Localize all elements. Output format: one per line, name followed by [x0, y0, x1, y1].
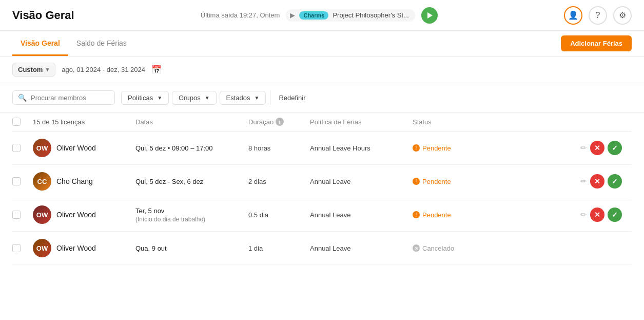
avatar: OW: [33, 139, 51, 157]
edit-icon[interactable]: ✏: [580, 177, 587, 186]
header: Visão Geral Última saída 19:27, Ontem ▶ …: [0, 0, 644, 31]
settings-icon-button[interactable]: ⚙: [613, 6, 632, 25]
status-icon: !: [413, 211, 420, 218]
header-duration-col: Duração i: [248, 118, 310, 126]
custom-label: Custom: [18, 66, 43, 73]
row-policy: Annual Leave: [310, 211, 351, 219]
status-icon: ⊗: [413, 244, 420, 252]
row-checkbox[interactable]: [12, 244, 21, 252]
chevron-down-icon: ▼: [255, 95, 260, 101]
row-date-main: Ter, 5 nov: [135, 207, 248, 215]
states-filter[interactable]: Estados ▼: [220, 91, 266, 105]
row-duration: 0.5 dia: [248, 211, 268, 219]
date-range-row: Custom ▼ ago, 01 2024 - dez, 31 2024 📅: [0, 57, 644, 83]
status-icon: !: [413, 178, 420, 185]
tabs-bar: Visão Geral Saldo de Férias Adicionar Fé…: [0, 31, 644, 57]
status-badge: ! Pendente: [413, 211, 580, 219]
tab-visao-geral[interactable]: Visão Geral: [12, 31, 68, 56]
header-check-col: [12, 118, 33, 126]
header-name-col: 15 de 15 licenças: [33, 118, 135, 126]
employee-name: Oliver Wood: [56, 144, 96, 152]
policies-filter[interactable]: Políticas ▼: [121, 91, 169, 105]
avatar: OW: [33, 205, 51, 224]
row-date-sub: (Início do dia de trabalho): [135, 216, 248, 223]
row-policy: Annual Leave: [310, 178, 351, 185]
play-button[interactable]: [421, 7, 438, 24]
header-status-col: Status: [413, 118, 580, 126]
calendar-icon[interactable]: 📅: [151, 65, 162, 74]
reject-button[interactable]: ✕: [590, 174, 604, 189]
chevron-down-icon: ▼: [205, 95, 210, 101]
employee-name: Cho Chang: [56, 177, 93, 185]
status-badge: ⊗ Cancelado: [413, 244, 580, 252]
tab-saldo-ferias[interactable]: Saldo de Férias: [68, 31, 135, 56]
employee-name: Oliver Wood: [56, 211, 96, 219]
row-checkbox[interactable]: [12, 211, 21, 219]
svg-marker-0: [427, 12, 433, 18]
table-row: OW Oliver Wood Ter, 5 nov (Início do dia…: [12, 198, 632, 232]
duration-info-icon[interactable]: i: [276, 118, 284, 126]
edit-icon[interactable]: ✏: [580, 210, 587, 219]
play-icon: ▶: [290, 11, 295, 19]
user-icon-button[interactable]: 👤: [564, 6, 582, 25]
reject-button[interactable]: ✕: [590, 208, 604, 222]
license-count: 15 de 15 licenças: [33, 118, 85, 126]
row-date-main: Qua, 9 out: [135, 244, 248, 252]
approve-button[interactable]: ✓: [608, 208, 622, 222]
header-dates-col: Datas: [135, 118, 248, 126]
date-range-text: ago, 01 2024 - dez, 31 2024: [62, 66, 145, 73]
table-row: CC Cho Chang Qui, 5 dez - Sex, 6 dez 2 d…: [12, 165, 632, 198]
row-policy: Annual Leave Hours: [310, 144, 370, 152]
row-actions: ✏ ✕ ✓: [580, 208, 632, 222]
track-info: ▶ Charms Project Philosopher's St...: [286, 9, 415, 22]
row-checkbox[interactable]: [12, 144, 21, 152]
employee-name: Oliver Wood: [56, 244, 96, 252]
status-badge: ! Pendente: [413, 178, 580, 185]
tab-list: Visão Geral Saldo de Férias: [12, 31, 135, 56]
row-date-main: Qui, 5 dez • 09:00 – 17:00: [135, 144, 248, 152]
reject-button[interactable]: ✕: [590, 141, 604, 155]
table-header: 15 de 15 licenças Datas Duração i Políti…: [12, 112, 632, 131]
row-checkbox[interactable]: [12, 177, 21, 185]
header-center: Última saída 19:27, Ontem ▶ Charms Proje…: [201, 7, 438, 24]
row-duration: 1 dia: [248, 244, 263, 252]
filters-row: 🔍 Políticas ▼ Grupos ▼ Estados ▼ Redefin…: [0, 83, 644, 112]
approve-button[interactable]: ✓: [608, 141, 622, 155]
status-icon: !: [413, 144, 420, 152]
header-policy-col: Política de Férias: [310, 118, 413, 126]
groups-filter[interactable]: Grupos ▼: [172, 91, 217, 105]
chevron-down-icon: ▼: [157, 95, 162, 101]
select-all-checkbox[interactable]: [12, 118, 21, 126]
last-exit-text: Última saída 19:27, Ontem: [201, 11, 280, 19]
avatar: OW: [33, 239, 51, 257]
table-row: OW Oliver Wood Qua, 9 out 1 dia Annual L…: [12, 232, 632, 265]
header-icons: 👤 ? ⚙: [564, 6, 632, 25]
row-policy: Annual Leave: [310, 244, 351, 252]
help-icon-button[interactable]: ?: [589, 6, 607, 25]
table-row: OW Oliver Wood Qui, 5 dez • 09:00 – 17:0…: [12, 131, 632, 165]
table: 15 de 15 licenças Datas Duração i Políti…: [0, 112, 644, 265]
row-actions: ✏ ✕ ✓: [580, 174, 632, 189]
search-icon: 🔍: [18, 93, 27, 102]
row-actions: ✏ ✕ ✓: [580, 141, 632, 155]
search-wrap: 🔍: [12, 90, 115, 105]
header-title: Visão Geral: [12, 9, 74, 22]
search-input[interactable]: [31, 94, 108, 102]
reset-button[interactable]: Redefinir: [275, 91, 309, 104]
track-tag: Charms: [299, 11, 328, 20]
status-badge: ! Pendente: [413, 144, 580, 152]
edit-icon[interactable]: ✏: [580, 143, 587, 153]
approve-button[interactable]: ✓: [608, 174, 622, 189]
chevron-down-icon: ▼: [45, 67, 50, 72]
row-duration: 8 horas: [248, 144, 270, 152]
add-ferias-button[interactable]: Adicionar Férias: [561, 35, 632, 51]
track-name: Project Philosopher's St...: [333, 11, 408, 19]
period-select[interactable]: Custom ▼: [12, 63, 55, 77]
row-date-main: Qui, 5 dez - Sex, 6 dez: [135, 178, 248, 185]
avatar: CC: [33, 172, 51, 191]
row-duration: 2 dias: [248, 178, 266, 185]
